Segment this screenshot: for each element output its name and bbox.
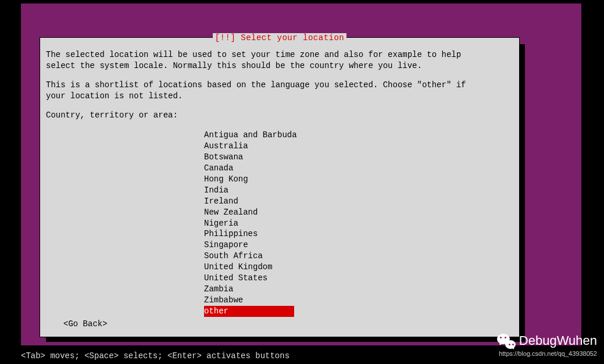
location-option[interactable]: Canada	[204, 163, 294, 174]
intro-paragraph-1: The selected location will be used to se…	[46, 49, 513, 72]
location-dialog: [!!] Select your location The selected l…	[40, 37, 520, 337]
location-option[interactable]: Hong Kong	[204, 174, 294, 185]
watermark-name: DebugWuhen	[519, 333, 597, 348]
location-option[interactable]: Botswana	[204, 152, 294, 163]
location-option[interactable]: New Zealand	[204, 207, 294, 218]
location-option[interactable]: India	[204, 185, 294, 196]
location-option[interactable]: Nigeria	[204, 218, 294, 229]
keyboard-hint: <Tab> moves; <Space> selects; <Enter> ac…	[21, 351, 290, 361]
location-option[interactable]: Antigua and Barbuda	[204, 130, 294, 141]
location-option[interactable]: Zimbabwe	[204, 295, 294, 306]
intro-paragraph-2: This is a shortlist of locations based o…	[46, 80, 513, 102]
location-list[interactable]: Antigua and BarbudaAustraliaBotswanaCana…	[204, 130, 513, 316]
location-option[interactable]: Zambia	[204, 284, 294, 295]
location-option[interactable]: Singapore	[204, 240, 294, 251]
location-option[interactable]: other	[204, 306, 294, 317]
watermark: DebugWuhen https://blog.csdn.net/qq_4393…	[497, 333, 597, 357]
dialog-title-wrap: [!!] Select your location	[40, 33, 519, 42]
location-option[interactable]: Australia	[204, 141, 294, 152]
dialog-title: [!!] Select your location	[213, 33, 347, 42]
location-option[interactable]: Philippines	[204, 229, 294, 240]
location-option[interactable]: South Africa	[204, 251, 294, 262]
location-option[interactable]: Ireland	[204, 196, 294, 207]
watermark-url: https://blog.csdn.net/qq_43938052	[497, 350, 597, 357]
dialog-content: The selected location will be used to se…	[40, 38, 519, 323]
go-back-button[interactable]: <Go Back>	[63, 319, 108, 329]
location-option[interactable]: United States	[204, 273, 294, 284]
location-option[interactable]: United Kingdom	[204, 262, 294, 273]
wechat-icon	[497, 333, 516, 349]
prompt-label: Country, territory or area:	[46, 110, 513, 121]
